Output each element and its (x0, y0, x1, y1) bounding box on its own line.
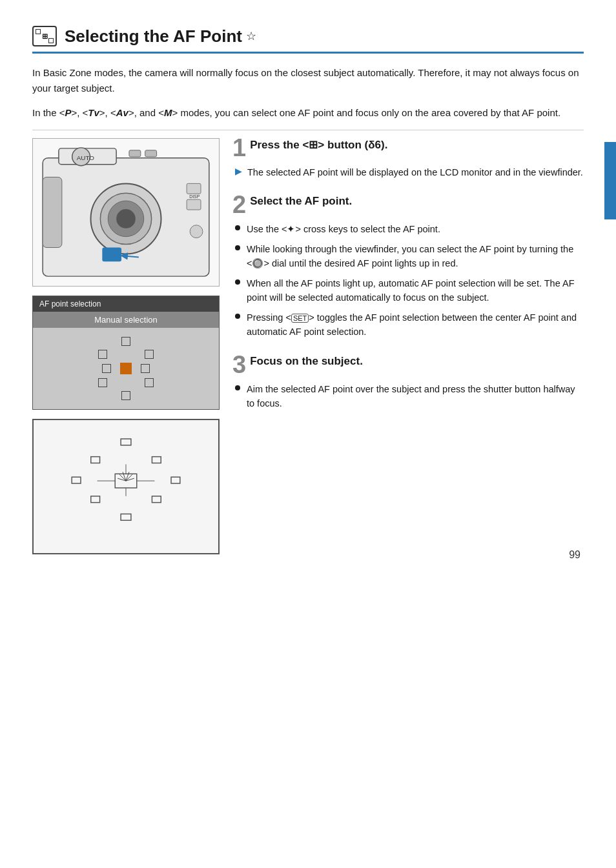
section-marker (604, 142, 616, 219)
svg-rect-20 (72, 477, 81, 483)
bullet-icon (235, 225, 240, 230)
page-number: 99 (569, 549, 580, 561)
section-divider (32, 130, 584, 130)
af-row-3 (102, 363, 150, 374)
svg-rect-35 (121, 514, 131, 520)
af-row-4 (98, 378, 154, 387)
step-2-num: 2 (232, 192, 246, 217)
svg-text:DISP: DISP (189, 194, 200, 199)
step-1-num: 1 (232, 136, 246, 160)
step-2-text-2: While looking through the viewfinder, yo… (247, 242, 584, 271)
step-2: 2 Select the AF point. Use the <✦> cross… (232, 195, 584, 339)
af-point-far-right (141, 364, 150, 373)
af-points-grid (33, 328, 219, 409)
step-1-title: Press the <⊞> button (δ6). (250, 138, 584, 152)
svg-text:AUTO: AUTO (77, 154, 95, 161)
svg-rect-34 (152, 496, 161, 503)
af-row-2 (98, 350, 154, 359)
step-3: 3 Focus on the subject. Aim the selected… (232, 355, 584, 411)
af-selection-box: AF point selection Manual selection (32, 296, 220, 410)
step-1: 1 Press the <⊞> button (δ6). ▶ The selec… (232, 138, 584, 179)
step-1-bullet-1: ▶ The selected AF point will be displaye… (232, 165, 584, 179)
step-3-bullet-1: Aim the selected AF point over the subje… (232, 382, 584, 411)
step-1-header: 1 Press the <⊞> button (δ6). (232, 138, 584, 160)
step-2-text-3: When all the AF points light up, automat… (247, 276, 584, 305)
af-selection-header: AF point selection (33, 296, 219, 312)
page-title: Selecting the AF Point (65, 26, 242, 46)
step-2-bullet-3: When all the AF points light up, automat… (232, 276, 584, 305)
step-2-body: Use the <✦> cross keys to select the AF … (232, 222, 584, 339)
step-3-body: Aim the selected AF point over the subje… (232, 382, 584, 411)
step-2-bullet-2: While looking through the viewfinder, yo… (232, 242, 584, 271)
svg-point-13 (190, 225, 203, 238)
star-icon: ☆ (246, 29, 256, 43)
step-2-text-1: Use the <✦> cross keys to select the AF … (247, 222, 440, 236)
page: ⊞ Selecting the AF Point ☆ In Basic Zone… (0, 0, 616, 580)
bullet-icon (235, 245, 240, 250)
step-3-text-1: Aim the selected AF point over the subje… (247, 382, 584, 411)
step-3-num: 3 (232, 352, 246, 377)
bullet-icon (235, 385, 240, 390)
right-column: 1 Press the <⊞> button (δ6). ▶ The selec… (232, 138, 584, 427)
af-point-top (121, 337, 130, 346)
af-point-left2 (98, 350, 107, 359)
viewfinder-box (32, 419, 220, 554)
left-column: AUTO (32, 138, 220, 554)
svg-rect-17 (121, 439, 131, 445)
step-2-bullet-1: Use the <✦> cross keys to select the AF … (232, 222, 584, 236)
af-point-left4 (98, 378, 107, 387)
page-header: ⊞ Selecting the AF Point ☆ (32, 26, 584, 54)
svg-rect-14 (129, 150, 141, 157)
step-3-header: 3 Focus on the subject. (232, 355, 584, 377)
af-point-far-left (102, 364, 111, 373)
af-row-1 (121, 337, 130, 346)
af-point-center (120, 363, 132, 374)
svg-rect-19 (152, 457, 161, 463)
bullet-icon (235, 314, 240, 319)
step-2-title: Select the AF point. (250, 195, 584, 208)
af-point-bottom (121, 391, 130, 400)
step-3-title: Focus on the subject. (250, 355, 584, 368)
intro-para2: In the <P>, <Tv>, <Av>, and <M> modes, y… (32, 105, 584, 121)
svg-rect-9 (102, 248, 121, 262)
af-icon: ⊞ (32, 26, 57, 46)
svg-rect-32 (171, 477, 180, 483)
step-1-text-1: The selected AF point will be displayed … (247, 165, 583, 179)
svg-rect-18 (91, 457, 100, 463)
svg-rect-33 (91, 496, 100, 503)
main-content: AUTO (32, 138, 584, 554)
svg-rect-11 (187, 183, 201, 194)
step-2-bullet-4: Pressing <SET> toggles the AF point sele… (232, 310, 584, 339)
af-point-right4 (145, 378, 154, 387)
camera-diagram: AUTO (32, 138, 220, 287)
intro-para1: In Basic Zone modes, the camera will nor… (32, 65, 584, 96)
svg-rect-15 (145, 150, 157, 157)
step-2-text-4: Pressing <SET> toggles the AF point sele… (247, 310, 584, 339)
svg-rect-21 (115, 474, 137, 488)
bullet-icon (235, 279, 240, 285)
arrow-icon: ▶ (235, 166, 242, 176)
af-point-right2 (145, 350, 154, 359)
step-2-header: 2 Select the AF point. (232, 195, 584, 217)
svg-point-5 (116, 209, 136, 228)
af-selection-sub: Manual selection (33, 312, 219, 328)
svg-rect-8 (43, 177, 62, 247)
step-1-body: ▶ The selected AF point will be displaye… (232, 165, 584, 179)
svg-rect-12 (187, 199, 201, 210)
af-row-5 (121, 391, 130, 400)
